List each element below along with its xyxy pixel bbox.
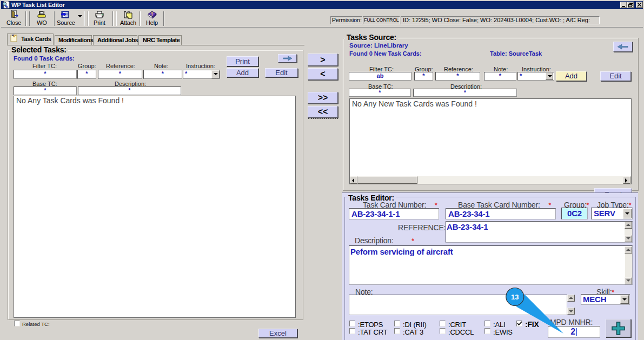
svg-text:13: 13 [511, 293, 519, 301]
